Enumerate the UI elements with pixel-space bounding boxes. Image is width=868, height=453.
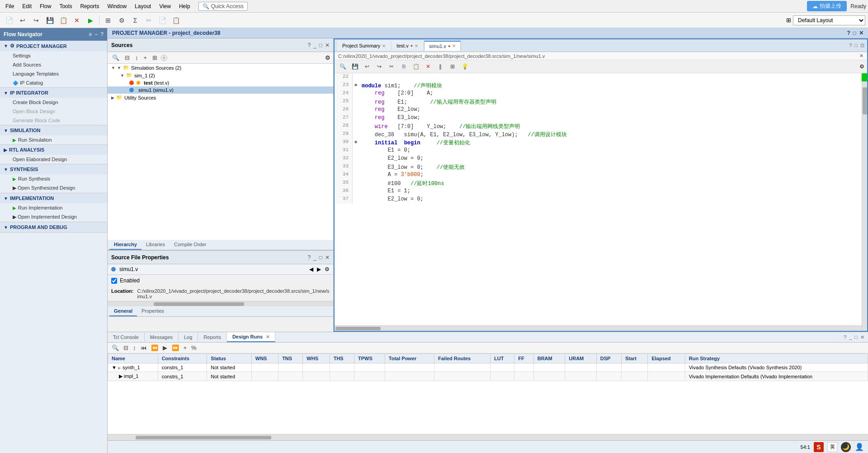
runs-skip-start-button[interactable]: ⏮ [139,344,148,352]
line-fold-30[interactable]: ◉ [353,138,359,147]
nav-item-settings[interactable]: Settings [0,51,107,60]
runs-add-button[interactable]: + [182,344,189,352]
runs-percent-button[interactable]: % [190,344,198,352]
code-scrollbar-h[interactable] [335,325,862,331]
sfp-tab-general[interactable]: General [109,306,137,316]
tab-hierarchy[interactable]: Hierarchy [109,240,142,250]
close-button[interactable]: ✕ [71,14,83,26]
runs-sort-button[interactable]: ↕ [132,344,137,352]
sfp-enabled-checkbox[interactable] [111,278,117,284]
ed-align-button[interactable]: ⊞ [447,62,458,72]
ed-save-button[interactable]: 💾 [349,62,360,72]
editor-restore-icon[interactable]: □ [854,43,858,48]
tab-libraries[interactable]: Libraries [142,240,170,250]
menu-flow[interactable]: Flow [36,2,55,10]
sources-close-icon[interactable]: ✕ [325,42,330,48]
menu-window[interactable]: Window [104,2,130,10]
ed-gear-icon[interactable]: ⚙ [859,63,864,70]
sources-tree[interactable]: ▼ ▼ 📁 Simulation Sources (2) ▼ 📁 sim_1 (… [108,64,333,240]
cut-button[interactable]: ✂ [142,14,155,26]
sim-sources-folder[interactable]: ▼ ▼ 📁 Simulation Sources (2) [108,64,333,72]
utility-expand-icon[interactable]: ▶ [111,95,114,100]
code-area[interactable]: 22 23 ◉ module sim1; //声明模块 24 [335,73,867,331]
sources-sort-button[interactable]: ↕ [133,53,140,62]
bottom-restore-icon[interactable]: □ [854,334,858,340]
undo-button[interactable]: ↩ [16,14,29,26]
sources-question-icon[interactable]: ? [307,42,311,48]
bottom-tab-design-runs[interactable]: Design Runs ✕ [227,332,275,342]
nav-item-run-impl[interactable]: ▶ Run Implementation [0,203,107,212]
bottom-tab-reports[interactable]: Reports [198,333,227,342]
new-file-button[interactable]: 📄 [3,14,15,26]
project-summary-close-icon[interactable]: ✕ [382,43,386,48]
utility-sources-folder[interactable]: ▶ 📁 Utility Sources [108,94,333,101]
sfp-minimize-icon[interactable]: _ [313,254,316,261]
runs-next-button[interactable]: ⏩ [170,344,180,352]
nav-section-rtl-header[interactable]: ▶ RTL ANALYSIS [0,145,107,155]
status-icon-lang[interactable]: 英 [827,442,837,452]
status-icon-user[interactable]: 👤 [854,442,864,452]
sigma-button[interactable]: Σ [129,14,142,26]
bottom-tab-tcl[interactable]: Tcl Console [108,333,145,342]
ed-paste-button[interactable]: 📋 [410,62,421,72]
save-button[interactable]: 💾 [43,14,56,26]
pm-close-icon[interactable]: ✕ [859,30,863,36]
ed-lightbulb-button[interactable]: 💡 [459,62,470,72]
sfp-gear-icon[interactable]: ⚙ [325,266,330,272]
ed-delete-button[interactable]: ✕ [423,62,434,72]
save-as-button[interactable]: 📋 [57,14,70,26]
sources-add-button[interactable]: + [142,53,149,62]
sfp-question-icon[interactable]: ? [307,254,311,261]
paste-button[interactable]: 📋 [170,14,182,26]
runs-filter-button[interactable]: ⊟ [122,344,130,352]
runs-play-button[interactable]: ▶ [161,344,169,352]
nav-section-synth-header[interactable]: ▼ SYNTHESIS [0,164,107,174]
sim1-expand-icon[interactable]: ▼ [120,73,124,78]
sources-search-button[interactable]: 🔍 [110,53,121,62]
sources-filter-button[interactable]: ⊟ [123,53,132,62]
menu-reports[interactable]: Reports [76,2,103,10]
testv-close-icon[interactable]: ✕ [415,43,418,48]
nav-item-add-sources[interactable]: Add Sources [0,60,107,69]
nav-section-ipi-header[interactable]: ▼ IP INTEGRATOR [0,88,107,98]
redo-button[interactable]: ↪ [30,14,42,26]
nav-section-pm-header[interactable]: ▼ ⚙ PROJECT MANAGER [0,41,107,51]
nav-section-sim-header[interactable]: ▼ SIMULATION [0,125,107,135]
ed-undo-button[interactable]: ↩ [362,62,373,72]
nav-icon-minus[interactable]: − [94,31,98,38]
runs-search-button[interactable]: 🔍 [110,344,120,352]
line-fold-23[interactable]: ◉ [353,81,359,90]
pm-question-icon[interactable]: ? [847,30,850,36]
ed-cut-button[interactable]: ✂ [386,62,397,72]
sources-refresh-button[interactable]: ⊞ [151,53,159,62]
editor-question-icon[interactable]: ? [849,43,852,48]
test-v-item[interactable]: test (test.v) [108,79,333,86]
editor-maximize-icon[interactable]: ⊡ [860,43,864,48]
sources-minimize-icon[interactable]: _ [313,42,316,48]
nav-item-language-templates[interactable]: Language Templates [0,69,107,78]
impl1-expand-icon[interactable]: ▶ [119,373,123,379]
sfp-close-icon[interactable]: ✕ [325,254,330,261]
simu1-v-item[interactable]: simu1 (simu1.v) [108,86,333,94]
sim-sources-expand-icon[interactable]: ▼ [111,66,115,70]
ed-comment-button[interactable]: ‖ [435,62,446,72]
sfp-restore-icon[interactable]: □ [319,254,322,261]
editor-tab-project-summary[interactable]: Project Summary ✕ [337,40,391,51]
file-path-close-icon[interactable]: ✕ [859,53,863,59]
code-scrollbar-v[interactable] [862,73,867,331]
nav-item-run-sim[interactable]: ▶ Run Simulation [0,135,107,144]
ed-search-button[interactable]: 🔍 [337,62,348,72]
nav-item-open-block[interactable]: Open Block Design [0,107,107,116]
status-icon-s[interactable]: S [814,442,824,452]
menu-edit[interactable]: Edit [19,2,35,10]
sim-sources-sub-expand-icon[interactable]: ▼ [117,66,121,70]
menu-help[interactable]: Help [175,2,194,10]
bottom-question-icon[interactable]: ? [844,334,846,340]
run-button[interactable]: ▶ [84,14,97,26]
tab-compile-order[interactable]: Compile Order [170,240,211,250]
checklist-button[interactable]: ⊞ [102,14,114,26]
bottom-tab-log[interactable]: Log [179,333,198,342]
menu-view[interactable]: View [156,2,175,10]
simu1v-close-icon[interactable]: ✕ [452,43,456,48]
quick-access-bar[interactable]: 🔍 Quick Access [198,2,248,11]
